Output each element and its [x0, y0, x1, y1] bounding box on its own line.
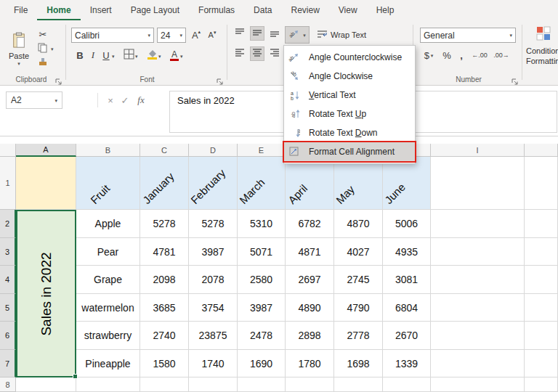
font-size-combo[interactable]: 24 ▾	[157, 28, 186, 43]
column-header-b[interactable]: B	[76, 144, 140, 157]
cell-B4[interactable]: Grape	[76, 266, 140, 294]
cell-D4[interactable]: 2078	[189, 266, 238, 294]
cell-E6[interactable]: 2478	[238, 322, 286, 350]
cut-button[interactable]: ✂	[36, 28, 49, 41]
tab-insert[interactable]: Insert	[81, 0, 121, 20]
cell-B2[interactable]: Apple	[76, 210, 140, 238]
cell-C7[interactable]: 1580	[140, 350, 189, 377]
cell-D3[interactable]: 3987	[189, 238, 238, 266]
column-header-c[interactable]: C	[140, 144, 189, 157]
tab-formulas[interactable]: Formulas	[189, 0, 244, 20]
cell-E5[interactable]: 3987	[238, 294, 286, 322]
wrap-text-button[interactable]: Wrap Text	[317, 28, 366, 42]
cell-F2[interactable]: 6782	[286, 210, 334, 238]
borders-button[interactable]	[122, 48, 135, 62]
fill-handle[interactable]	[73, 374, 78, 379]
cell-J8[interactable]	[525, 377, 558, 392]
align-center-button[interactable]	[250, 46, 264, 61]
name-box[interactable]: A2 ▾	[6, 91, 62, 109]
number-format-combo[interactable]: General ▾	[420, 28, 516, 43]
cell-D8[interactable]	[189, 377, 238, 392]
column-header-d[interactable]: D	[189, 144, 238, 157]
increase-decimal-button[interactable]: ←.00	[469, 48, 490, 62]
decrease-font-size-button[interactable]: A▾	[205, 28, 219, 42]
cell-D5[interactable]: 3754	[189, 294, 238, 322]
cell-A1[interactable]	[16, 157, 76, 210]
menu-item-rotate-text-up[interactable]: abRotate Text Up	[284, 105, 415, 123]
row-header-1[interactable]: 1	[0, 157, 16, 210]
tab-home[interactable]: Home	[37, 0, 80, 20]
font-color-button[interactable]: A	[169, 48, 180, 62]
cell-H5[interactable]: 6804	[383, 294, 431, 322]
menu-item-format-cell-alignment[interactable]: Format Cell Alignment	[284, 142, 415, 161]
cell-J5[interactable]	[525, 294, 558, 322]
insert-function-button[interactable]: fx	[134, 91, 148, 109]
row-header-2[interactable]: 2	[0, 210, 16, 238]
italic-button[interactable]: I	[87, 48, 99, 62]
cell-B7[interactable]: Pineapple	[76, 350, 140, 377]
row-header-5[interactable]: 5	[0, 294, 16, 322]
select-all-corner[interactable]	[0, 144, 16, 157]
cell-H2[interactable]: 5006	[383, 210, 431, 238]
decrease-decimal-button[interactable]: .00→	[491, 48, 512, 62]
row-header-3[interactable]: 3	[0, 238, 16, 266]
menu-item-angle-clockwise[interactable]: abAngle Clockwise	[284, 67, 415, 86]
percent-style-button[interactable]: %	[440, 48, 453, 62]
cell-E8[interactable]	[238, 377, 286, 392]
cell-B1[interactable]	[76, 157, 140, 210]
cell-G2[interactable]: 4870	[334, 210, 383, 238]
cell-I5[interactable]	[431, 294, 525, 322]
cell-I3[interactable]	[431, 238, 525, 266]
cell-I6[interactable]	[431, 322, 525, 350]
cell-H3[interactable]: 4935	[383, 238, 431, 266]
column-header-e[interactable]: E	[238, 144, 286, 157]
font-name-combo[interactable]: Calibri ▾	[71, 28, 154, 43]
cell-J7[interactable]	[525, 350, 558, 377]
row-header-4[interactable]: 4	[0, 266, 16, 294]
cell-J4[interactable]	[525, 266, 558, 294]
cell-E2[interactable]: 5310	[238, 210, 286, 238]
cell-G5[interactable]: 4790	[334, 294, 383, 322]
cell-H4[interactable]: 3081	[383, 266, 431, 294]
cell-J3[interactable]	[525, 238, 558, 266]
top-align-button[interactable]	[232, 26, 247, 41]
row-header-6[interactable]: 6	[0, 322, 16, 350]
cell-C5[interactable]: 3685	[140, 294, 189, 322]
cell-J2[interactable]	[525, 210, 558, 238]
enter-button[interactable]: ✓	[118, 91, 132, 109]
cell-C8[interactable]	[140, 377, 189, 392]
underline-button[interactable]: U	[100, 48, 112, 62]
tab-file[interactable]: File	[4, 0, 37, 20]
cell-E7[interactable]: 1690	[238, 350, 286, 377]
cell-H7[interactable]: 1339	[383, 350, 431, 377]
cell-C2[interactable]: 5278	[140, 210, 189, 238]
cell-G8[interactable]	[334, 377, 383, 392]
cell-D7[interactable]: 1740	[189, 350, 238, 377]
menu-item-angle-counterclockwise[interactable]: abAngle Counterclockwise	[284, 48, 415, 67]
conditional-formatting-button[interactable]: Conditional Formatting	[525, 25, 558, 71]
tab-view[interactable]: View	[329, 0, 367, 20]
column-header-j[interactable]	[525, 144, 558, 157]
bottom-align-button[interactable]	[267, 26, 282, 41]
cell-J1[interactable]	[525, 157, 558, 210]
cell-C6[interactable]: 2740	[140, 322, 189, 350]
cell-D2[interactable]: 5278	[189, 210, 238, 238]
cell-E4[interactable]: 2580	[238, 266, 286, 294]
tab-help[interactable]: Help	[367, 0, 404, 20]
tab-page-layout[interactable]: Page Layout	[121, 0, 189, 20]
cell-B8[interactable]	[76, 377, 140, 392]
cell-F5[interactable]: 4890	[286, 294, 334, 322]
cell-I7[interactable]	[431, 350, 525, 377]
cell-J6[interactable]	[525, 322, 558, 350]
menu-item-rotate-text-down[interactable]: abRotate Text Down	[284, 123, 415, 142]
bold-button[interactable]: B	[74, 48, 86, 62]
row-header-8[interactable]: 8	[0, 377, 16, 392]
copy-button[interactable]	[36, 42, 49, 55]
cell-F3[interactable]: 4871	[286, 238, 334, 266]
align-left-button[interactable]	[232, 46, 247, 61]
cell-F7[interactable]: 1780	[286, 350, 334, 377]
format-painter-button[interactable]	[36, 57, 49, 70]
cell-F4[interactable]: 2697	[286, 266, 334, 294]
tab-data[interactable]: Data	[244, 0, 281, 20]
fill-color-button[interactable]	[145, 48, 158, 62]
